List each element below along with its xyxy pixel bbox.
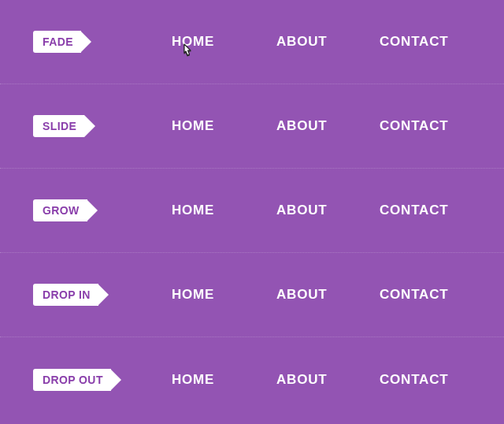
tag-drop-in: DROP IN xyxy=(33,284,98,306)
link-home[interactable]: HOME xyxy=(172,287,276,303)
row-drop-in: DROP IN HOME ABOUT CONTACT xyxy=(0,253,504,337)
link-contact[interactable]: CONTACT xyxy=(380,372,474,388)
link-about[interactable]: ABOUT xyxy=(276,372,380,388)
link-home[interactable]: HOME xyxy=(172,203,276,218)
tag-fade: FADE xyxy=(33,31,81,53)
nav-links: HOME ABOUT CONTACT xyxy=(172,287,474,303)
link-contact[interactable]: CONTACT xyxy=(380,203,474,218)
link-home[interactable]: HOME xyxy=(172,118,276,134)
link-home[interactable]: HOME xyxy=(172,372,276,388)
nav-links: HOME ABOUT CONTACT xyxy=(172,203,474,218)
nav-links: HOME ABOUT CONTACT xyxy=(172,34,474,50)
link-contact[interactable]: CONTACT xyxy=(380,34,474,50)
tag-grow: GROW xyxy=(33,199,87,221)
link-about[interactable]: ABOUT xyxy=(276,34,380,50)
link-about[interactable]: ABOUT xyxy=(276,118,380,134)
nav-links: HOME ABOUT CONTACT xyxy=(172,372,474,388)
effects-list: FADE HOME ABOUT CONTACT SLIDE HOME ABOUT… xyxy=(0,0,504,422)
link-about[interactable]: ABOUT xyxy=(276,287,380,303)
row-slide: SLIDE HOME ABOUT CONTACT xyxy=(0,84,504,169)
row-grow: GROW HOME ABOUT CONTACT xyxy=(0,169,504,253)
link-contact[interactable]: CONTACT xyxy=(380,118,474,134)
row-drop-out: DROP OUT HOME ABOUT CONTACT xyxy=(0,337,504,422)
tag-drop-out: DROP OUT xyxy=(33,369,111,391)
tag-slide: SLIDE xyxy=(33,115,84,137)
link-contact[interactable]: CONTACT xyxy=(380,287,474,303)
nav-links: HOME ABOUT CONTACT xyxy=(172,118,474,134)
link-home[interactable]: HOME xyxy=(172,34,276,50)
link-about[interactable]: ABOUT xyxy=(276,203,380,218)
row-fade: FADE HOME ABOUT CONTACT xyxy=(0,0,504,84)
